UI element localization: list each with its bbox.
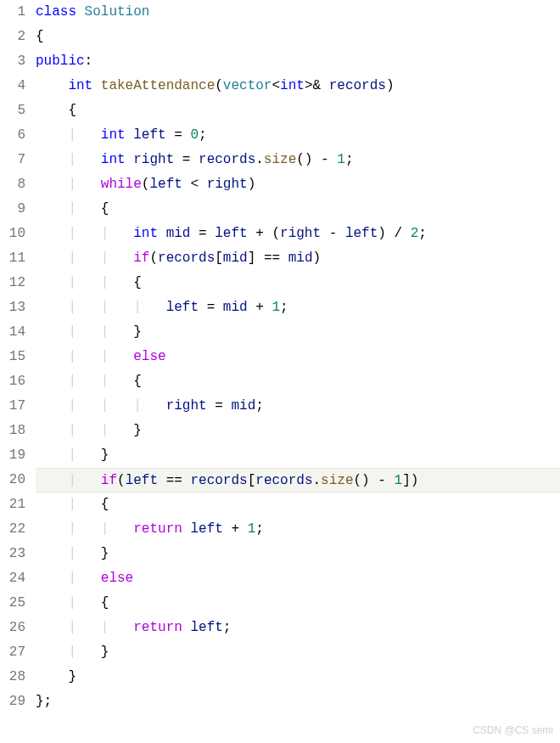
code-token	[36, 398, 68, 414]
code-line[interactable]: | int right = records.size() - 1;	[36, 148, 560, 172]
code-line[interactable]: | | return left;	[36, 616, 560, 640]
code-token: ;	[223, 620, 232, 635]
code-token: takeAttendance	[101, 78, 215, 93]
code-token	[36, 423, 68, 438]
line-number: 7	[0, 148, 25, 172]
code-token: left	[215, 226, 255, 241]
code-token: if	[101, 473, 117, 488]
code-token: ) /	[378, 226, 410, 241]
code-editor[interactable]: 1234567891011121314151617181920212223242…	[0, 0, 560, 743]
code-token: | |	[68, 349, 133, 364]
line-number: 14	[0, 320, 25, 345]
code-line[interactable]: public:	[36, 49, 560, 74]
code-line[interactable]: | }	[36, 640, 560, 665]
code-token: int	[133, 226, 165, 241]
code-token: mid	[166, 226, 199, 241]
code-token: |	[68, 473, 100, 488]
code-line[interactable]: {	[36, 25, 560, 49]
code-token: }	[101, 546, 109, 561]
code-line[interactable]: | }	[36, 542, 560, 566]
code-content-area[interactable]: class Solution{public: int takeAttendanc…	[36, 0, 560, 743]
code-line[interactable]: | }	[36, 443, 560, 468]
code-token: =	[215, 398, 231, 414]
code-token: }	[133, 423, 142, 438]
code-token: left	[126, 473, 166, 488]
code-token: | |	[68, 250, 133, 266]
code-line[interactable]: | | else	[36, 345, 560, 369]
code-line[interactable]: | if(left == records[records.size() - 1]…	[36, 468, 560, 493]
line-number: 25	[0, 591, 25, 616]
code-token: <	[190, 177, 206, 192]
code-token: {	[133, 275, 142, 290]
line-number: 22	[0, 517, 25, 542]
code-token: |	[68, 127, 100, 143]
code-line[interactable]: | | {	[36, 271, 560, 296]
code-token: Solution	[85, 4, 150, 20]
code-line[interactable]: | int left = 0;	[36, 123, 560, 148]
code-line[interactable]: | | | right = mid;	[36, 394, 560, 419]
code-token: {	[101, 201, 109, 217]
code-token: right	[133, 152, 182, 167]
code-token: | |	[68, 374, 133, 389]
code-token: int	[101, 127, 133, 143]
code-token	[36, 521, 68, 537]
code-line[interactable]: | | if(records[mid] == mid)	[36, 246, 560, 271]
code-line[interactable]: | | }	[36, 419, 560, 443]
code-token: int	[101, 152, 133, 167]
code-line[interactable]: | else	[36, 566, 560, 591]
code-token	[36, 201, 68, 217]
code-token	[36, 177, 68, 192]
code-token: ;	[418, 226, 427, 241]
code-line[interactable]: }	[36, 665, 560, 690]
code-token: records	[255, 473, 312, 488]
code-line[interactable]: };	[36, 690, 560, 714]
code-token: left	[166, 300, 207, 315]
code-token: )	[386, 78, 395, 93]
code-token	[36, 595, 68, 611]
code-line[interactable]: | {	[36, 493, 560, 517]
code-line[interactable]: class Solution	[36, 0, 560, 25]
code-line[interactable]: {	[36, 99, 560, 123]
code-line[interactable]: | | | left = mid + 1;	[36, 296, 560, 320]
code-token: mid	[223, 300, 255, 315]
code-token: {	[68, 103, 76, 118]
code-token: else	[133, 349, 165, 364]
line-number: 24	[0, 566, 25, 591]
line-number: 15	[0, 345, 25, 369]
code-line[interactable]: | while(left < right)	[36, 172, 560, 197]
code-token: =	[207, 300, 223, 315]
code-token: left	[190, 521, 231, 537]
code-line[interactable]: | | int mid = left + (right - left) / 2;	[36, 222, 560, 246]
line-number: 23	[0, 542, 25, 566]
code-token: | |	[68, 226, 133, 241]
code-token: }	[133, 324, 142, 340]
code-token: =	[174, 127, 190, 143]
code-token	[36, 324, 68, 340]
code-line[interactable]: | {	[36, 591, 560, 616]
code-token: ;	[255, 521, 264, 537]
code-token: | | |	[68, 398, 165, 414]
code-token: +	[255, 300, 272, 315]
code-line[interactable]: | | {	[36, 369, 560, 394]
code-token: |	[68, 595, 100, 611]
code-token: .	[313, 473, 322, 488]
code-token: )	[248, 177, 256, 192]
code-token: records	[190, 473, 247, 488]
code-token: ;	[345, 152, 354, 167]
code-token: records	[199, 152, 255, 167]
code-token: ;	[199, 127, 207, 143]
code-line[interactable]: | | return left + 1;	[36, 517, 560, 542]
code-token: |	[68, 152, 100, 167]
code-token: int	[280, 78, 305, 93]
code-token	[36, 78, 68, 93]
line-number-gutter: 1234567891011121314151617181920212223242…	[0, 0, 36, 743]
code-token: return	[133, 521, 190, 537]
code-token: ])	[402, 473, 418, 488]
code-line[interactable]: | | }	[36, 320, 560, 345]
line-number: 28	[0, 665, 25, 690]
code-token: right	[207, 177, 248, 192]
code-line[interactable]: | {	[36, 197, 560, 222]
code-token: left	[133, 127, 174, 143]
code-line[interactable]: int takeAttendance(vector<int>& records)	[36, 74, 560, 99]
code-token: ] ==	[248, 250, 288, 266]
